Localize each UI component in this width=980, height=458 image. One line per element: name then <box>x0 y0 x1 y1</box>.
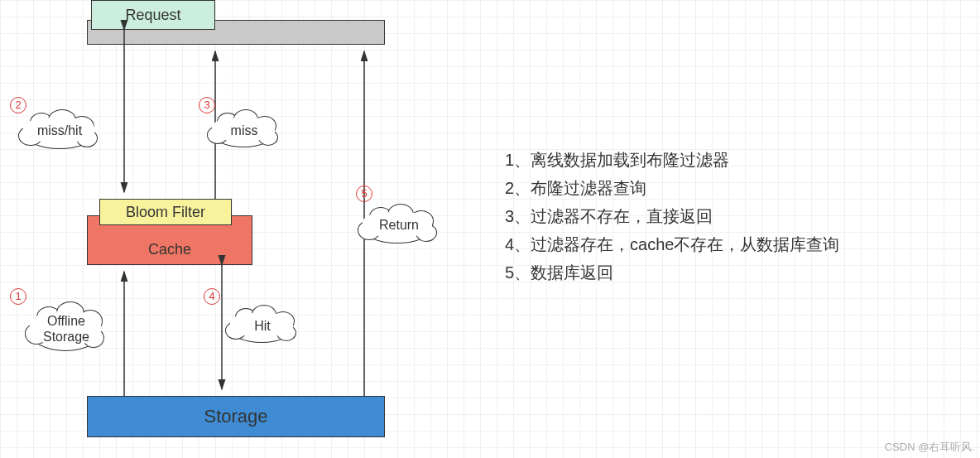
step-badge-4: 4 <box>204 288 220 305</box>
legend-block: 1、离线数据加载到布隆过滤器 2、布隆过滤器查询 3、过滤器不存在，直接返回 4… <box>505 146 840 287</box>
storage-node: Storage <box>87 396 385 437</box>
step-badge-1: 1 <box>10 288 26 305</box>
cloud-offline-storage: Offline Storage <box>25 300 108 358</box>
bloom-filter-node: Bloom Filter <box>99 199 232 225</box>
legend-line-2: 2、布隆过滤器查询 <box>505 174 840 202</box>
cloud-miss: miss <box>207 108 281 153</box>
offline-storage-line1: Offline <box>47 314 85 328</box>
legend-line-1: 1、离线数据加载到布隆过滤器 <box>505 146 840 174</box>
legend-line-5: 5、数据库返回 <box>505 258 840 287</box>
step-badge-5: 5 <box>356 186 372 202</box>
cloud-miss-hit: miss/hit <box>18 108 101 153</box>
request-node: Request <box>91 0 215 30</box>
cloud-return: Return <box>358 202 440 248</box>
cloud-hit: Hit <box>225 303 300 349</box>
watermark: CSDN @右耳听风. <box>885 440 975 455</box>
legend-line-4: 4、过滤器存在，cache不存在，从数据库查询 <box>505 230 840 258</box>
legend-line-3: 3、过滤器不存在，直接返回 <box>505 202 840 230</box>
offline-storage-line2: Storage <box>43 330 89 344</box>
